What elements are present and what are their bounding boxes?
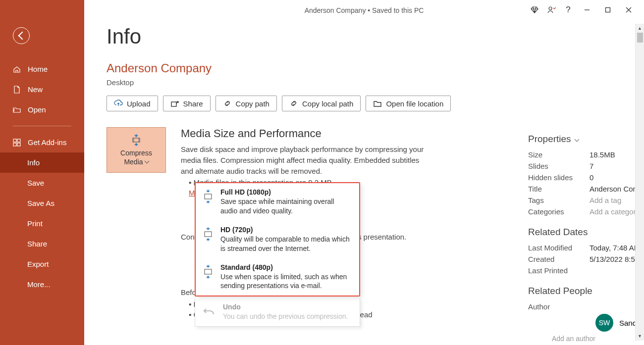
dropdown-standard[interactable]: Standard (480p)Use when space is limited… [196, 258, 359, 296]
nav-home-label: Home [28, 65, 48, 73]
properties-panel: Properties Size18.5MBSlides7Hidden slide… [528, 134, 644, 343]
open-icon [13, 106, 21, 114]
property-row: CategoriesAdd a category [528, 207, 644, 216]
people-heading: Related People [528, 286, 644, 296]
svg-rect-10 [205, 232, 212, 237]
nav-new-label: New [28, 85, 43, 94]
scroll-up-icon[interactable]: ▲ [636, 24, 644, 33]
svg-rect-0 [13, 139, 16, 142]
back-button[interactable] [13, 27, 30, 44]
nav-save[interactable]: Save [0, 173, 84, 193]
nav-saveas[interactable]: Save As [0, 193, 84, 213]
svg-rect-9 [205, 194, 212, 199]
nav-info[interactable]: Info [0, 152, 84, 173]
svg-rect-1 [17, 139, 20, 142]
svg-rect-3 [17, 143, 20, 146]
add-author[interactable]: Add an author [552, 335, 644, 343]
upload-button[interactable]: Upload [107, 96, 158, 111]
compress-icon [129, 134, 143, 147]
scroll-thumb[interactable] [637, 33, 643, 43]
svg-rect-7 [171, 102, 176, 106]
nav-open[interactable]: Open [0, 99, 84, 120]
properties-heading[interactable]: Properties [528, 134, 644, 145]
author-row[interactable]: SW Sandy Writtenhouse [528, 314, 644, 332]
nav-export[interactable]: Export [0, 254, 84, 274]
media-bullet: ▪ [189, 178, 194, 187]
home-icon [13, 65, 21, 73]
dropdown-undo: UndoYou can undo the previous compressio… [195, 298, 360, 327]
nav-open-label: Open [28, 105, 46, 114]
nav-sub: Info Save Save As Print Share Export Mor… [0, 152, 84, 295]
back-arrow-icon [18, 32, 26, 40]
property-row: Size18.5MB [528, 150, 644, 159]
dates-heading: Related Dates [528, 227, 644, 238]
doc-title: Anderson Company [107, 61, 644, 75]
media-icon [203, 226, 214, 253]
chevron-down-icon [144, 159, 149, 164]
property-row: TitleAnderson Company [528, 185, 644, 193]
scrollbar[interactable]: ▲ ▼ [635, 24, 644, 341]
date-row: Last Printed [528, 266, 644, 275]
nav-separator [13, 126, 71, 126]
dropdown-hd[interactable]: HD (720p)Quality will be comparable to m… [196, 221, 359, 258]
scroll-down-icon[interactable]: ▼ [636, 332, 644, 341]
copy-local-path-button[interactable]: Copy local path [282, 96, 361, 111]
svg-rect-11 [205, 269, 212, 274]
media-icon [203, 263, 214, 291]
date-row: Last ModifiedToday, 7:48 AM [528, 244, 644, 252]
backstage-sidebar: Home New Open Get Add-ins Info Save Save… [0, 0, 84, 345]
doc-location: Desktop [107, 78, 644, 87]
nav-print[interactable]: Print [0, 213, 84, 234]
property-row: Slides7 [528, 162, 644, 170]
action-row: Upload Share Copy path Copy local path O… [107, 96, 644, 111]
media-icon [203, 188, 214, 216]
undo-icon [202, 303, 216, 321]
date-row: Created5/13/2022 8:51 AM [528, 255, 644, 263]
chevron-down-icon [574, 137, 579, 142]
nav-share[interactable]: Share [0, 234, 84, 254]
compress-dropdown: Full HD (1080p)Save space while maintain… [195, 182, 360, 296]
open-location-button[interactable]: Open file location [366, 96, 451, 111]
avatar: SW [595, 314, 613, 332]
nav-home[interactable]: Home [0, 59, 84, 79]
nav: Home New Open Get Add-ins Info Save Save… [0, 59, 84, 295]
property-row: Hidden slides0 [528, 173, 644, 182]
main: Info Anderson Company Desktop Upload Sha… [84, 0, 644, 345]
nav-addins[interactable]: Get Add-ins [0, 132, 84, 152]
copy-path-button[interactable]: Copy path [215, 96, 277, 111]
nav-more[interactable]: More... [0, 274, 84, 295]
nav-new[interactable]: New [0, 79, 84, 99]
property-row: TagsAdd a tag [528, 196, 644, 204]
nav-addins-label: Get Add-ins [28, 138, 66, 147]
dropdown-fullhd[interactable]: Full HD (1080p)Save space while maintain… [196, 183, 359, 221]
media-body: Save disk space and improve playback per… [181, 144, 433, 176]
addins-icon [13, 139, 21, 147]
compress-media-button[interactable]: Compress Media [107, 127, 166, 173]
media-heading: Media Size and Performance [181, 127, 433, 140]
author-label: Author [528, 302, 590, 311]
share-button[interactable]: Share [163, 96, 211, 111]
page-title: Info [107, 25, 644, 49]
new-icon [13, 86, 21, 94]
svg-rect-2 [13, 143, 16, 146]
